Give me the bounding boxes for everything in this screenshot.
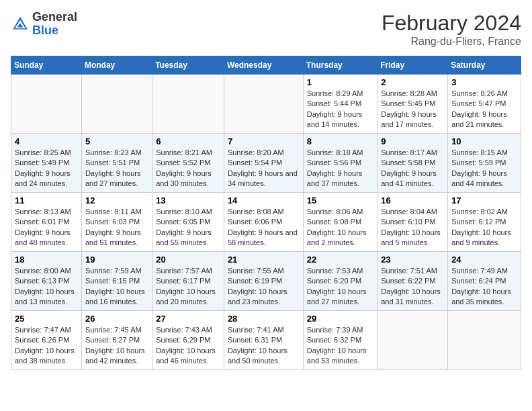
day-number: 17 bbox=[451, 195, 517, 205]
title-block: February 2024 Rang-du-Fliers, France bbox=[382, 11, 521, 48]
calendar-cell: 7Sunrise: 8:20 AM Sunset: 5:54 PM Daylig… bbox=[224, 134, 303, 193]
day-number: 2 bbox=[381, 77, 444, 87]
day-number: 29 bbox=[307, 314, 373, 324]
calendar-cell: 25Sunrise: 7:47 AM Sunset: 6:26 PM Dayli… bbox=[11, 311, 82, 370]
calendar-week-row: 11Sunrise: 8:13 AM Sunset: 6:01 PM Dayli… bbox=[11, 193, 521, 252]
calendar-cell: 22Sunrise: 7:53 AM Sunset: 6:20 PM Dayli… bbox=[303, 252, 377, 311]
day-info: Sunrise: 8:26 AM Sunset: 5:47 PM Dayligh… bbox=[451, 89, 517, 130]
day-number: 22 bbox=[307, 255, 373, 265]
day-info: Sunrise: 7:53 AM Sunset: 6:20 PM Dayligh… bbox=[307, 266, 373, 308]
day-info: Sunrise: 7:59 AM Sunset: 6:15 PM Dayligh… bbox=[85, 266, 148, 308]
day-info: Sunrise: 8:04 AM Sunset: 6:10 PM Dayligh… bbox=[381, 207, 444, 248]
calendar-cell: 20Sunrise: 7:57 AM Sunset: 6:17 PM Dayli… bbox=[152, 252, 224, 311]
day-number: 9 bbox=[381, 136, 444, 146]
day-number: 10 bbox=[451, 136, 517, 146]
calendar-header: SundayMondayTuesdayWednesdayThursdayFrid… bbox=[11, 56, 521, 75]
calendar-cell bbox=[448, 311, 521, 370]
weekday-header: Tuesday bbox=[152, 56, 224, 75]
day-info: Sunrise: 8:00 AM Sunset: 6:13 PM Dayligh… bbox=[15, 266, 78, 308]
day-info: Sunrise: 8:20 AM Sunset: 5:54 PM Dayligh… bbox=[228, 148, 300, 189]
day-number: 12 bbox=[85, 195, 148, 205]
calendar-cell: 12Sunrise: 8:11 AM Sunset: 6:03 PM Dayli… bbox=[81, 193, 152, 252]
day-number: 11 bbox=[15, 195, 78, 205]
day-info: Sunrise: 7:45 AM Sunset: 6:27 PM Dayligh… bbox=[85, 325, 148, 367]
day-info: Sunrise: 8:11 AM Sunset: 6:03 PM Dayligh… bbox=[85, 207, 148, 248]
day-number: 14 bbox=[228, 195, 300, 205]
calendar-body: 1Sunrise: 8:29 AM Sunset: 5:44 PM Daylig… bbox=[11, 75, 521, 370]
weekday-header: Wednesday bbox=[224, 56, 303, 75]
calendar-cell: 28Sunrise: 7:41 AM Sunset: 6:31 PM Dayli… bbox=[224, 311, 303, 370]
logo-blue-text: Blue bbox=[32, 24, 77, 38]
calendar-cell: 9Sunrise: 8:17 AM Sunset: 5:58 PM Daylig… bbox=[378, 134, 448, 193]
calendar-cell: 26Sunrise: 7:45 AM Sunset: 6:27 PM Dayli… bbox=[81, 311, 152, 370]
day-number: 16 bbox=[381, 195, 444, 205]
day-number: 24 bbox=[451, 255, 517, 265]
day-number: 25 bbox=[15, 314, 78, 324]
calendar-cell: 5Sunrise: 8:23 AM Sunset: 5:51 PM Daylig… bbox=[81, 134, 152, 193]
calendar-cell: 13Sunrise: 8:10 AM Sunset: 6:05 PM Dayli… bbox=[152, 193, 224, 252]
page-header: General Blue February 2024 Rang-du-Flier… bbox=[11, 11, 521, 48]
calendar-cell: 6Sunrise: 8:21 AM Sunset: 5:52 PM Daylig… bbox=[152, 134, 224, 193]
calendar-title: February 2024 bbox=[382, 11, 521, 36]
calendar-cell: 18Sunrise: 8:00 AM Sunset: 6:13 PM Dayli… bbox=[11, 252, 82, 311]
calendar-table: SundayMondayTuesdayWednesdayThursdayFrid… bbox=[11, 56, 521, 370]
calendar-cell bbox=[378, 311, 448, 370]
weekday-header: Saturday bbox=[448, 56, 521, 75]
day-info: Sunrise: 7:41 AM Sunset: 6:31 PM Dayligh… bbox=[228, 325, 300, 367]
day-info: Sunrise: 8:06 AM Sunset: 6:08 PM Dayligh… bbox=[307, 207, 373, 248]
calendar-week-row: 18Sunrise: 8:00 AM Sunset: 6:13 PM Dayli… bbox=[11, 252, 521, 311]
day-info: Sunrise: 8:13 AM Sunset: 6:01 PM Dayligh… bbox=[15, 207, 78, 248]
calendar-cell: 19Sunrise: 7:59 AM Sunset: 6:15 PM Dayli… bbox=[81, 252, 152, 311]
day-info: Sunrise: 8:29 AM Sunset: 5:44 PM Dayligh… bbox=[307, 89, 373, 130]
day-info: Sunrise: 8:18 AM Sunset: 5:56 PM Dayligh… bbox=[307, 148, 373, 189]
day-number: 13 bbox=[156, 195, 220, 205]
calendar-cell bbox=[11, 75, 82, 134]
calendar-week-row: 1Sunrise: 8:29 AM Sunset: 5:44 PM Daylig… bbox=[11, 75, 521, 134]
day-info: Sunrise: 7:55 AM Sunset: 6:19 PM Dayligh… bbox=[228, 266, 300, 308]
weekday-header: Friday bbox=[378, 56, 448, 75]
calendar-subtitle: Rang-du-Fliers, France bbox=[382, 36, 521, 48]
day-number: 26 bbox=[85, 314, 148, 324]
calendar-cell: 21Sunrise: 7:55 AM Sunset: 6:19 PM Dayli… bbox=[224, 252, 303, 311]
logo: General Blue bbox=[11, 11, 77, 38]
day-info: Sunrise: 7:47 AM Sunset: 6:26 PM Dayligh… bbox=[15, 325, 78, 367]
logo-icon bbox=[11, 15, 30, 34]
day-number: 7 bbox=[228, 136, 300, 146]
calendar-cell: 10Sunrise: 8:15 AM Sunset: 5:59 PM Dayli… bbox=[448, 134, 521, 193]
weekday-header: Thursday bbox=[303, 56, 377, 75]
day-info: Sunrise: 8:25 AM Sunset: 5:49 PM Dayligh… bbox=[15, 148, 78, 189]
day-info: Sunrise: 8:08 AM Sunset: 6:06 PM Dayligh… bbox=[228, 207, 300, 248]
calendar-cell: 23Sunrise: 7:51 AM Sunset: 6:22 PM Dayli… bbox=[378, 252, 448, 311]
weekday-header: Monday bbox=[81, 56, 152, 75]
logo-general-text: General bbox=[32, 11, 77, 24]
day-info: Sunrise: 7:39 AM Sunset: 6:32 PM Dayligh… bbox=[307, 325, 373, 367]
calendar-week-row: 25Sunrise: 7:47 AM Sunset: 6:26 PM Dayli… bbox=[11, 311, 521, 370]
day-number: 3 bbox=[451, 77, 517, 87]
day-number: 23 bbox=[381, 255, 444, 265]
day-number: 28 bbox=[228, 314, 300, 324]
day-info: Sunrise: 8:02 AM Sunset: 6:12 PM Dayligh… bbox=[451, 207, 517, 248]
calendar-cell: 15Sunrise: 8:06 AM Sunset: 6:08 PM Dayli… bbox=[303, 193, 377, 252]
day-number: 21 bbox=[228, 255, 300, 265]
logo-text: General Blue bbox=[32, 11, 77, 38]
calendar-cell: 17Sunrise: 8:02 AM Sunset: 6:12 PM Dayli… bbox=[448, 193, 521, 252]
day-number: 8 bbox=[307, 136, 373, 146]
day-number: 6 bbox=[156, 136, 220, 146]
day-number: 4 bbox=[15, 136, 78, 146]
day-info: Sunrise: 7:57 AM Sunset: 6:17 PM Dayligh… bbox=[156, 266, 220, 308]
calendar-cell: 2Sunrise: 8:28 AM Sunset: 5:45 PM Daylig… bbox=[378, 75, 448, 134]
day-info: Sunrise: 8:15 AM Sunset: 5:59 PM Dayligh… bbox=[451, 148, 517, 189]
calendar-cell: 4Sunrise: 8:25 AM Sunset: 5:49 PM Daylig… bbox=[11, 134, 82, 193]
day-info: Sunrise: 8:21 AM Sunset: 5:52 PM Dayligh… bbox=[156, 148, 220, 189]
calendar-cell: 3Sunrise: 8:26 AM Sunset: 5:47 PM Daylig… bbox=[448, 75, 521, 134]
day-number: 27 bbox=[156, 314, 220, 324]
calendar-cell: 11Sunrise: 8:13 AM Sunset: 6:01 PM Dayli… bbox=[11, 193, 82, 252]
calendar-cell: 14Sunrise: 8:08 AM Sunset: 6:06 PM Dayli… bbox=[224, 193, 303, 252]
day-info: Sunrise: 7:43 AM Sunset: 6:29 PM Dayligh… bbox=[156, 325, 220, 367]
day-info: Sunrise: 8:23 AM Sunset: 5:51 PM Dayligh… bbox=[85, 148, 148, 189]
calendar-cell bbox=[152, 75, 224, 134]
day-info: Sunrise: 8:17 AM Sunset: 5:58 PM Dayligh… bbox=[381, 148, 444, 189]
day-info: Sunrise: 7:51 AM Sunset: 6:22 PM Dayligh… bbox=[381, 266, 444, 308]
calendar-cell: 16Sunrise: 8:04 AM Sunset: 6:10 PM Dayli… bbox=[378, 193, 448, 252]
day-number: 1 bbox=[307, 77, 373, 87]
